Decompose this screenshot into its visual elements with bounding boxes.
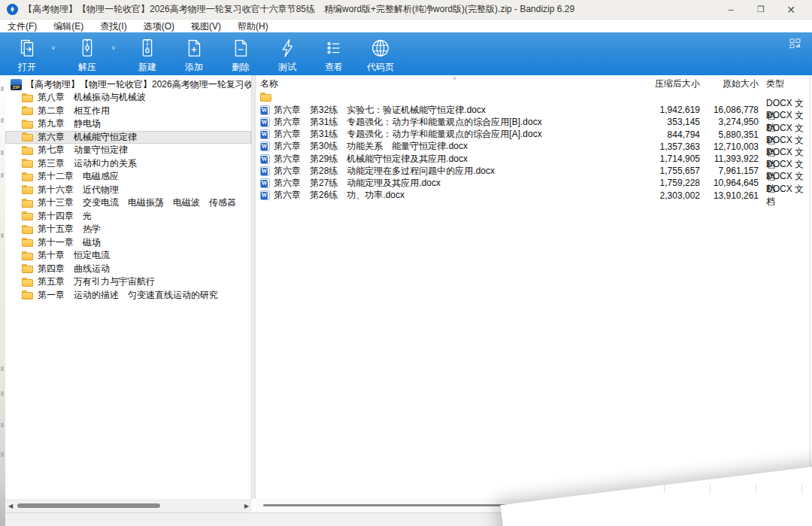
view-file-button-label: 查看	[325, 61, 343, 74]
tree-folder-item[interactable]: 第一章 运动的描述 匀变速直线运动的研究	[5, 289, 251, 303]
zip-archive-icon: ZIP	[11, 79, 22, 90]
tree-folder-item[interactable]: 第十一章 磁场	[5, 236, 251, 250]
codepage-button[interactable]: 代码页	[361, 36, 400, 74]
open-archive-icon	[15, 36, 39, 60]
close-button[interactable]: ✕	[776, 0, 806, 20]
layout-toggle-icon[interactable]	[789, 38, 801, 49]
tree-folder-item[interactable]: 第六章 机械能守恒定律	[5, 131, 251, 144]
menu-view[interactable]: 视图(V)	[191, 20, 221, 33]
new-archive-button[interactable]: 新建	[128, 36, 167, 74]
minimize-button[interactable]: –	[716, 0, 746, 20]
extract-dropdown-chevron[interactable]: ˅	[107, 44, 120, 74]
parent-directory-row[interactable]: ..	[256, 92, 810, 104]
open-dropdown-chevron[interactable]: ˅	[47, 44, 60, 74]
tree-folder-label: 第一章 运动的描述 匀变速直线运动的研究	[38, 289, 218, 302]
file-list-panel: ˅ 名称 压缩后大小 原始大小 类型 .. W 第六章 第32练 实验七：验证机…	[256, 75, 810, 499]
tree-horizontal-scrollbar[interactable]: ◀ ▶	[5, 499, 252, 512]
file-name: 第六章 第31练 专题强化：动力学和能量观点的综合应用[B].docx	[274, 116, 542, 129]
tree-folder-item[interactable]: 第十三章 交变电流 电磁振荡 电磁波 传感器	[5, 196, 251, 210]
tree-folder-item[interactable]: 第十六章 近代物理	[5, 184, 251, 197]
window-controls: – ❐ ✕	[716, 0, 806, 19]
bandizip-window: 【高考物理】【物理一轮收官】2026高考物理一轮复习收官十六章节85练 精编wo…	[0, 0, 812, 526]
tree-scrollbar-thumb[interactable]	[17, 503, 160, 508]
tree-folder-item[interactable]: 第七章 动量守恒定律	[5, 144, 251, 157]
folder-icon	[22, 132, 33, 141]
file-name: 第六章 第28练 动能定理在多过程问题中的应用.docx	[274, 165, 495, 178]
menu-options[interactable]: 选项(O)	[144, 20, 174, 33]
new-archive-icon	[135, 36, 159, 60]
file-row[interactable]: W 第六章 第27练 动能定理及其应用.docx 1,759,228 10,96…	[256, 177, 810, 189]
tree-folder-label: 第四章 曲线运动	[38, 263, 110, 275]
tree-folder-item[interactable]: 第四章 曲线运动	[5, 263, 251, 276]
new-archive-button-label: 新建	[138, 61, 156, 74]
delete-files-icon	[229, 36, 253, 60]
file-row[interactable]: W 第六章 第31练 专题强化：动力学和能量观点的综合应用[A].docx 84…	[256, 129, 810, 141]
docx-file-icon: W	[260, 129, 270, 139]
view-file-button[interactable]: 查看	[314, 36, 353, 74]
title-bar[interactable]: 【高考物理】【物理一轮收官】2026高考物理一轮复习收官十六章节85练 精编wo…	[0, 0, 812, 20]
tree-folder-label: 第十五章 热学	[38, 223, 101, 236]
tree-folder-item[interactable]: 第十章 恒定电流	[5, 249, 251, 263]
window-title: 【高考物理】【物理一轮收官】2026高考物理一轮复习收官十六章节85练 精编wo…	[23, 3, 716, 16]
menu-edit[interactable]: 编辑(E)	[53, 20, 83, 33]
background-window-sliver	[0, 75, 5, 526]
column-header-name[interactable]: 名称	[256, 78, 625, 90]
folder-icon	[22, 120, 33, 129]
tree-folder-label: 第十一章 磁场	[38, 236, 101, 249]
file-row[interactable]: W 第六章 第26练 功、功率.docx 2,303,002 13,910,26…	[256, 190, 810, 202]
tree-folder-item[interactable]: 第五章 万有引力与宇宙航行	[5, 275, 251, 289]
folder-icon	[22, 185, 33, 194]
delete-files-button[interactable]: 删除	[221, 36, 260, 74]
file-name: 第六章 第27练 动能定理及其应用.docx	[274, 177, 441, 190]
tree-folder-item[interactable]: 第八章 机械振动与机械波	[5, 91, 251, 105]
archive-root-node[interactable]: ZIP 【高考物理】【物理一轮收官】2026高考物理一轮复习收官十六章节85练 …	[5, 78, 251, 91]
scroll-right-arrow-icon[interactable]: ▶	[241, 503, 252, 509]
tree-folder-label: 第二章 相互作用	[38, 105, 110, 117]
tree-folder-item[interactable]: 第十五章 热学	[5, 223, 251, 236]
column-header-type[interactable]: 类型	[759, 78, 810, 90]
test-archive-button[interactable]: 测试	[268, 36, 307, 74]
file-name: 第六章 第29练 机械能守恒定律及其应用.docx	[274, 153, 468, 166]
extract-button[interactable]: 解压	[68, 36, 107, 74]
column-header-compressed[interactable]: 压缩后大小	[625, 78, 700, 90]
file-row[interactable]: W 第六章 第32练 实验七：验证机械能守恒定律.docx 1,942,619 …	[256, 104, 810, 116]
file-row[interactable]: W 第六章 第29练 机械能守恒定律及其应用.docx 1,714,905 11…	[256, 153, 810, 165]
bandizip-app-icon	[7, 4, 18, 15]
file-row[interactable]: W 第六章 第28练 动能定理在多过程问题中的应用.docx 1,755,657…	[256, 165, 810, 177]
background-content-line	[801, 484, 802, 493]
menu-file[interactable]: 文件(F)	[8, 20, 37, 33]
tree-folder-item[interactable]: 第九章 静电场	[5, 117, 251, 131]
background-content-line	[756, 484, 756, 493]
test-archive-icon	[275, 36, 299, 60]
menu-help[interactable]: 帮助(H)	[238, 20, 268, 33]
open-button[interactable]: 打开	[8, 36, 47, 74]
tree-folder-item[interactable]: 第十二章 电磁感应	[5, 170, 251, 184]
add-files-button[interactable]: 添加	[174, 36, 214, 74]
docx-file-icon: W	[260, 166, 270, 176]
tree-folder-label: 第三章 运动和力的关系	[38, 157, 137, 170]
file-original-size: 3,274,950	[700, 117, 759, 127]
tree-folder-item[interactable]: 第三章 运动和力的关系	[5, 157, 251, 171]
maximize-button[interactable]: ❐	[746, 0, 776, 20]
file-original-size: 16,086,778	[700, 105, 759, 115]
file-row[interactable]: W 第六章 第31练 专题强化：动力学和能量观点的综合应用[B].docx 35…	[256, 116, 810, 128]
file-row[interactable]: W 第六章 第30练 功能关系 能量守恒定律.docx 1,357,363 12…	[256, 141, 810, 153]
menu-find[interactable]: 查找(I)	[100, 20, 126, 33]
folder-tree-panel: ZIP 【高考物理】【物理一轮收官】2026高考物理一轮复习收官十六章节85练 …	[5, 75, 252, 499]
codepage-button-label: 代码页	[367, 61, 394, 74]
column-header-original[interactable]: 原始大小	[700, 78, 759, 90]
file-compressed-size: 1,357,363	[625, 141, 700, 152]
file-compressed-size: 844,794	[625, 129, 700, 140]
archive-root-label: 【高考物理】【物理一轮收官】2026高考物理一轮复习收官十六章节85练 精	[26, 78, 251, 91]
folder-icon	[22, 278, 33, 287]
folder-icon	[22, 225, 33, 234]
docx-file-icon: W	[260, 178, 270, 188]
scroll-left-arrow-icon[interactable]: ◀	[5, 503, 16, 509]
list-scrollbar-thumb[interactable]	[263, 504, 534, 506]
docx-file-icon: W	[260, 117, 270, 127]
tree-folder-item[interactable]: 第二章 相互作用	[5, 105, 251, 118]
file-compressed-size: 2,303,002	[625, 190, 700, 201]
tree-folder-item[interactable]: 第十四章 光	[5, 210, 251, 223]
delete-files-button-label: 删除	[232, 61, 250, 74]
add-files-icon	[182, 36, 206, 60]
